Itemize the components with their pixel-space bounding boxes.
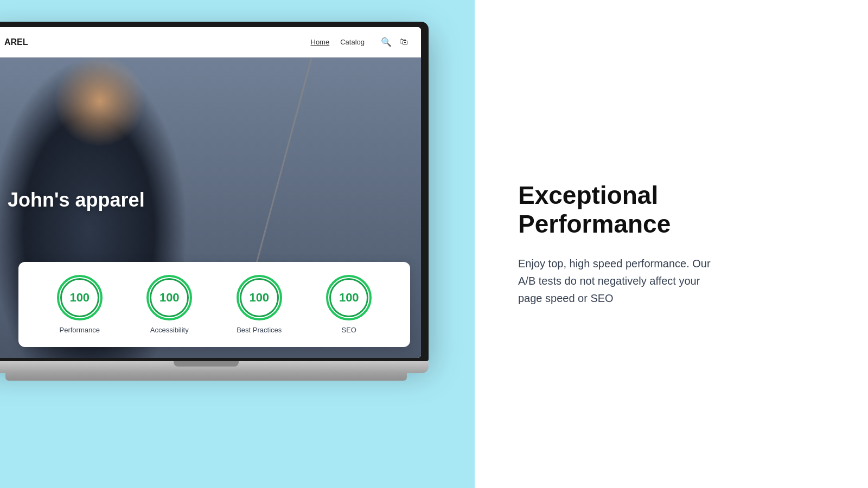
- feature-description: Enjoy top, high speed performance. Our A…: [518, 255, 724, 307]
- store-nav-links: Home Catalog: [311, 38, 365, 46]
- score-circle-seo: 100: [326, 275, 372, 320]
- score-label-performance: Performance: [60, 326, 100, 334]
- nav-link-home[interactable]: Home: [311, 38, 330, 46]
- score-item-best-practices: 100 Best Practices: [237, 275, 282, 334]
- score-circle-best-practices: 100: [237, 275, 282, 320]
- feature-title: Exceptional Performance: [518, 181, 825, 239]
- laptop-base: [0, 361, 429, 373]
- score-item-accessibility: 100 Accessibility: [146, 275, 192, 334]
- hero-area: John's apparel 100 Performance: [0, 57, 421, 358]
- search-icon[interactable]: 🔍: [381, 37, 392, 47]
- score-circle-performance: 100: [57, 275, 103, 320]
- score-circle-inner-performance: 100: [60, 278, 99, 317]
- hero-title: John's apparel: [8, 189, 145, 211]
- score-item-seo: 100 SEO: [326, 275, 372, 334]
- score-circle-accessibility: 100: [146, 275, 192, 320]
- feature-title-line1: Exceptional: [518, 181, 658, 209]
- feature-title-line2: Performance: [518, 210, 671, 238]
- laptop-mockup: AREL Home Catalog 🔍 🛍: [0, 22, 429, 381]
- score-item-performance: 100 Performance: [57, 275, 103, 334]
- score-label-accessibility: Accessibility: [150, 326, 189, 334]
- store-navbar: AREL Home Catalog 🔍 🛍: [0, 27, 421, 57]
- laptop-foot: [5, 373, 407, 381]
- right-panel: Exceptional Performance Enjoy top, high …: [475, 0, 868, 488]
- score-label-seo: SEO: [342, 326, 356, 334]
- laptop-screen-outer: AREL Home Catalog 🔍 🛍: [0, 22, 429, 361]
- store-nav-icons: 🔍 🛍: [381, 37, 408, 47]
- store-brand: AREL: [4, 37, 28, 47]
- nav-link-catalog[interactable]: Catalog: [340, 38, 365, 46]
- laptop-screen-inner: AREL Home Catalog 🔍 🛍: [0, 27, 421, 358]
- laptop-notch: [174, 361, 239, 367]
- score-circle-inner-seo: 100: [329, 278, 368, 317]
- score-card: 100 Performance 100 Accessibilit: [18, 262, 410, 347]
- score-number-seo: 100: [339, 291, 359, 305]
- score-number-best-practices: 100: [249, 291, 269, 305]
- cart-icon[interactable]: 🛍: [399, 37, 408, 47]
- score-label-best-practices: Best Practices: [237, 326, 282, 334]
- score-number-accessibility: 100: [159, 291, 180, 305]
- score-circle-inner-best-practices: 100: [240, 278, 279, 317]
- left-panel: AREL Home Catalog 🔍 🛍: [0, 0, 475, 488]
- score-circle-inner-accessibility: 100: [150, 278, 189, 317]
- score-number-performance: 100: [69, 291, 90, 305]
